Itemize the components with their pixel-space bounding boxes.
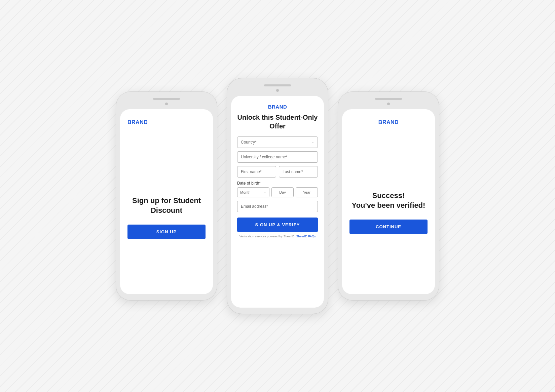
university-placeholder: University / college name* — [241, 155, 288, 159]
name-row: First name* Last name* — [237, 166, 318, 178]
country-field[interactable]: Country* ⌄ — [237, 136, 318, 148]
month-placeholder: Month — [240, 190, 251, 194]
month-field[interactable]: Month ⌄ — [237, 187, 269, 197]
phone-1-heading: Sign up for Student Discount — [127, 196, 206, 215]
success-line1: Success! — [372, 191, 405, 200]
dob-row: Month ⌄ Day Year — [237, 187, 318, 197]
phone-2-brand: BRAND — [237, 104, 318, 110]
day-field[interactable]: Day — [271, 187, 294, 197]
footer-prefix: Verification services powered by SheerID… — [239, 235, 295, 238]
phone-3: BRAND Success! You've been verified! CON… — [338, 92, 439, 300]
email-field[interactable]: Email address* — [237, 201, 318, 212]
continue-button[interactable]: CONTINUE — [349, 220, 428, 234]
last-name-field[interactable]: Last name* — [279, 166, 318, 178]
chevron-down-icon: ⌄ — [311, 141, 314, 144]
last-name-placeholder: Last name* — [283, 169, 303, 174]
phone-camera-2 — [276, 89, 279, 92]
phone-camera-1 — [165, 103, 168, 105]
year-field[interactable]: Year — [296, 187, 318, 197]
success-heading: Success! You've been verified! — [352, 191, 426, 210]
phone-2-heading: Unlock this Student-Only Offer — [237, 113, 318, 130]
phones-container: BRAND Sign up for Student Discount SIGN … — [116, 78, 439, 314]
footer-text: Verification services powered by SheerID… — [237, 235, 318, 238]
phone-3-brand: BRAND — [349, 119, 428, 125]
university-field[interactable]: University / college name* — [237, 151, 318, 163]
phone-1: BRAND Sign up for Student Discount SIGN … — [116, 92, 217, 300]
first-name-field[interactable]: First name* — [237, 166, 276, 178]
phone-3-content: Success! You've been verified! CONTINUE — [349, 139, 428, 286]
phone-notch-2 — [264, 84, 291, 86]
sign-up-verify-button[interactable]: SIGN UP & VERIFY — [237, 218, 318, 232]
phone-camera-3 — [387, 103, 390, 105]
email-placeholder: Email address* — [241, 204, 268, 209]
sheerid-faqs-link[interactable]: SheerID FAQs — [296, 235, 316, 238]
phone-1-screen: BRAND Sign up for Student Discount SIGN … — [120, 109, 213, 294]
month-chevron-icon: ⌄ — [264, 191, 266, 194]
phone-1-brand: BRAND — [127, 119, 206, 125]
phone-3-screen: BRAND Success! You've been verified! CON… — [342, 109, 435, 294]
phone-notch-3 — [375, 98, 402, 100]
sign-up-button[interactable]: SIGN UP — [127, 225, 206, 239]
dob-label: Date of birth* — [237, 181, 318, 186]
country-placeholder: Country* — [241, 140, 257, 145]
phone-2: BRAND Unlock this Student-Only Offer Cou… — [227, 78, 328, 314]
phone-1-content: Sign up for Student Discount SIGN UP — [127, 149, 206, 286]
first-name-placeholder: First name* — [241, 169, 261, 174]
phone-2-screen: BRAND Unlock this Student-Only Offer Cou… — [231, 96, 324, 308]
success-line2: You've been verified! — [352, 201, 426, 209]
phone-notch-1 — [153, 98, 180, 100]
